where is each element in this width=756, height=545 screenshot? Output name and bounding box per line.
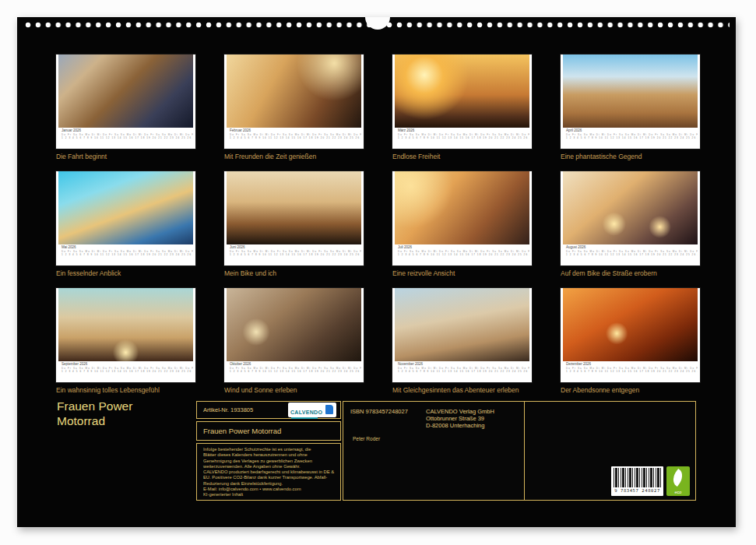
isbn-number: ISBN 9783457248027 — [350, 408, 408, 415]
month-cell-september: September 2026 Do Fr Sa So Mo Di Mi Do F… — [56, 286, 195, 403]
day-row: 1 2 3 4 5 6 7 8 9 10 11 12 13 14 15 16 1… — [58, 253, 193, 256]
month-caption: Endlose Freiheit — [392, 153, 532, 160]
month-caption: Eine reizvolle Ansicht — [392, 269, 532, 277]
month-photo — [227, 171, 361, 244]
month-thumbnail: Januar 2026 Do Fr Sa So Mo Di Mi Do Fr S… — [56, 54, 195, 149]
month-caption: Mit Freunden die Zeit genießen — [224, 153, 364, 160]
month-thumbnail: Oktober 2026 Do Fr Sa So Mo Di Mi Do Fr … — [224, 288, 364, 382]
day-row: 1 2 3 4 5 6 7 8 9 10 11 12 13 14 15 16 1… — [395, 370, 529, 373]
month-cell-dezember: Dezember 2026 Do Fr Sa So Mo Di Mi Do Fr… — [561, 286, 700, 403]
barcode-bars — [614, 468, 661, 487]
calendar-back-page: Januar 2026 Do Fr Sa So Mo Di Mi Do Fr S… — [0, 0, 756, 545]
month-thumbnail: Dezember 2026 Do Fr Sa So Mo Di Mi Do Fr… — [561, 288, 700, 382]
month-cell-maerz: März 2026 Do Fr Sa So Mo Di Mi Do Fr Sa … — [392, 52, 532, 169]
month-thumbnail: April 2026 Do Fr Sa So Mo Di Mi Do Fr Sa… — [561, 54, 700, 149]
eco-label: eco — [666, 490, 690, 494]
calvendo-logo-wordmark: CALVENDO — [290, 410, 322, 415]
day-row: 1 2 3 4 5 6 7 8 9 10 11 12 13 14 15 16 1… — [395, 136, 529, 139]
month-photo — [395, 288, 529, 361]
month-photo — [395, 54, 529, 128]
month-thumbnails-grid: Januar 2026 Do Fr Sa So Mo Di Mi Do Fr S… — [56, 52, 701, 403]
mini-calendar-strip: Juni 2026 Do Fr Sa So Mo Di Mi Do Fr Sa … — [227, 244, 361, 262]
day-row: 1 2 3 4 5 6 7 8 9 10 11 12 13 14 15 16 1… — [563, 136, 698, 139]
month-thumbnail: November 2026 Do Fr Sa So Mo Di Mi Do Fr… — [392, 288, 532, 382]
product-title: Frauen Power Motorrad — [203, 427, 281, 435]
month-thumbnail: Juni 2026 Do Fr Sa So Mo Di Mi Do Fr Sa … — [224, 171, 364, 265]
article-number-box: Artikel-Nr. 1933805 CALVENDO — [196, 401, 341, 419]
calvendo-logo: CALVENDO — [288, 403, 336, 417]
mini-calendar-strip: November 2026 Do Fr Sa So Mo Di Mi Do Fr… — [395, 361, 529, 378]
day-row: 1 2 3 4 5 6 7 8 9 10 11 12 13 14 15 16 1… — [227, 370, 361, 373]
month-photo — [563, 54, 698, 128]
day-row: 1 2 3 4 5 6 7 8 9 10 11 12 13 14 15 16 1… — [58, 370, 193, 373]
day-row: 1 2 3 4 5 6 7 8 9 10 11 12 13 14 15 16 1… — [563, 370, 698, 373]
month-caption: Ein wahnsinnig tolles Lebensgefühl — [56, 386, 195, 394]
day-row: 1 2 3 4 5 6 7 8 9 10 11 12 13 14 15 16 1… — [563, 253, 698, 256]
mini-calendar-strip: Januar 2026 Do Fr Sa So Mo Di Mi Do Fr S… — [58, 128, 193, 145]
footer-middle-box: ISBN 9783457248027 CALVENDO Verlag GmbH … — [343, 401, 525, 501]
month-caption: Mein Bike und ich — [224, 269, 364, 277]
footer-left-column: Artikel-Nr. 1933805 CALVENDO Frauen Powe… — [196, 401, 341, 496]
mini-calendar-strip: Oktober 2026 Do Fr Sa So Mo Di Mi Do Fr … — [227, 361, 361, 378]
month-caption: Ein fesselnder Anblick — [56, 269, 195, 277]
mini-calendar-strip: Juli 2026 Do Fr Sa So Mo Di Mi Do Fr Sa … — [395, 244, 529, 262]
month-cell-januar: Januar 2026 Do Fr Sa So Mo Di Mi Do Fr S… — [56, 52, 195, 169]
mini-calendar-strip: Mai 2026 Do Fr Sa So Mo Di Mi Do Fr Sa S… — [58, 244, 193, 262]
mini-calendar-strip: Februar 2026 Do Fr Sa So Mo Di Mi Do Fr … — [227, 128, 361, 145]
month-photo — [58, 54, 193, 128]
month-thumbnail: Februar 2026 Do Fr Sa So Mo Di Mi Do Fr … — [224, 54, 364, 149]
month-caption: Die Fahrt beginnt — [56, 153, 195, 160]
month-cell-april: April 2026 Do Fr Sa So Mo Di Mi Do Fr Sa… — [561, 52, 700, 169]
footer-right-box: 9 783457 248027 eco — [524, 401, 696, 501]
eco-logo: eco — [666, 466, 690, 496]
month-photo — [563, 171, 698, 244]
month-cell-august: August 2026 Do Fr Sa So Mo Di Mi Do Fr S… — [561, 169, 700, 286]
month-photo — [227, 54, 361, 128]
month-thumbnail: August 2026 Do Fr Sa So Mo Di Mi Do Fr S… — [561, 171, 700, 265]
month-photo — [563, 288, 698, 361]
month-caption: Der Abendsonne entgegen — [561, 386, 700, 394]
month-cell-oktober: Oktober 2026 Do Fr Sa So Mo Di Mi Do Fr … — [224, 286, 364, 403]
month-caption: Auf dem Bike die Straße erobern — [561, 269, 700, 277]
month-caption: Eine phantastische Gegend — [561, 153, 700, 160]
mini-calendar-strip: Dezember 2026 Do Fr Sa So Mo Di Mi Do Fr… — [563, 361, 698, 378]
isbn-barcode: 9 783457 248027 — [611, 466, 663, 496]
day-row: 1 2 3 4 5 6 7 8 9 10 11 12 13 14 15 16 1… — [227, 136, 361, 139]
month-caption: Wind und Sonne erleben — [224, 386, 364, 394]
month-thumbnail: Juli 2026 Do Fr Sa So Mo Di Mi Do Fr Sa … — [392, 171, 532, 265]
month-cell-juli: Juli 2026 Do Fr Sa So Mo Di Mi Do Fr Sa … — [392, 169, 532, 286]
barcode-digits: 9 783457 248027 — [614, 487, 661, 494]
mini-calendar-strip: März 2026 Do Fr Sa So Mo Di Mi Do Fr Sa … — [395, 128, 529, 145]
publisher-address: CALVENDO Verlag GmbH Ottobrunner Straße … — [426, 408, 494, 429]
author-name: Peter Roder — [353, 436, 380, 441]
month-photo — [58, 171, 193, 244]
product-title-box: Frauen Power Motorrad — [196, 421, 341, 441]
month-caption: Mit Gleichgesinnten das Abenteuer erlebe… — [392, 386, 532, 394]
calendar-sheet: Januar 2026 Do Fr Sa So Mo Di Mi Do Fr S… — [17, 17, 736, 527]
day-row: 1 2 3 4 5 6 7 8 9 10 11 12 13 14 15 16 1… — [227, 253, 361, 256]
month-photo — [395, 171, 529, 244]
calendar-title: Frauen Power Motorrad — [57, 399, 158, 428]
mini-calendar-strip: September 2026 Do Fr Sa So Mo Di Mi Do F… — [58, 361, 193, 378]
month-cell-november: November 2026 Do Fr Sa So Mo Di Mi Do Fr… — [392, 286, 532, 403]
day-row: 1 2 3 4 5 6 7 8 9 10 11 12 13 14 15 16 1… — [58, 136, 193, 139]
calvendo-logo-tagline — [291, 417, 318, 419]
month-cell-februar: Februar 2026 Do Fr Sa So Mo Di Mi Do Fr … — [224, 52, 364, 169]
calvendo-sheet-icon — [325, 405, 333, 414]
mini-calendar-strip: April 2026 Do Fr Sa So Mo Di Mi Do Fr Sa… — [563, 128, 698, 145]
day-row: 1 2 3 4 5 6 7 8 9 10 11 12 13 14 15 16 1… — [395, 253, 529, 256]
month-thumbnail: September 2026 Do Fr Sa So Mo Di Mi Do F… — [56, 288, 195, 382]
month-cell-juni: Juni 2026 Do Fr Sa So Mo Di Mi Do Fr Sa … — [224, 169, 364, 286]
article-number: Artikel-Nr. 1933805 — [203, 406, 253, 413]
month-cell-mai: Mai 2026 Do Fr Sa So Mo Di Mi Do Fr Sa S… — [56, 169, 195, 286]
month-thumbnail: Mai 2026 Do Fr Sa So Mo Di Mi Do Fr Sa S… — [56, 171, 195, 265]
month-photo — [227, 288, 361, 361]
legal-text: Infolge bestehender Schutzrechte ist es … — [203, 447, 336, 498]
mini-calendar-strip: August 2026 Do Fr Sa So Mo Di Mi Do Fr S… — [563, 244, 698, 262]
month-photo — [58, 288, 193, 361]
legal-box: Infolge bestehender Schutzrechte ist es … — [196, 443, 341, 501]
month-thumbnail: März 2026 Do Fr Sa So Mo Di Mi Do Fr Sa … — [392, 54, 532, 149]
leaf-icon — [670, 469, 687, 487]
